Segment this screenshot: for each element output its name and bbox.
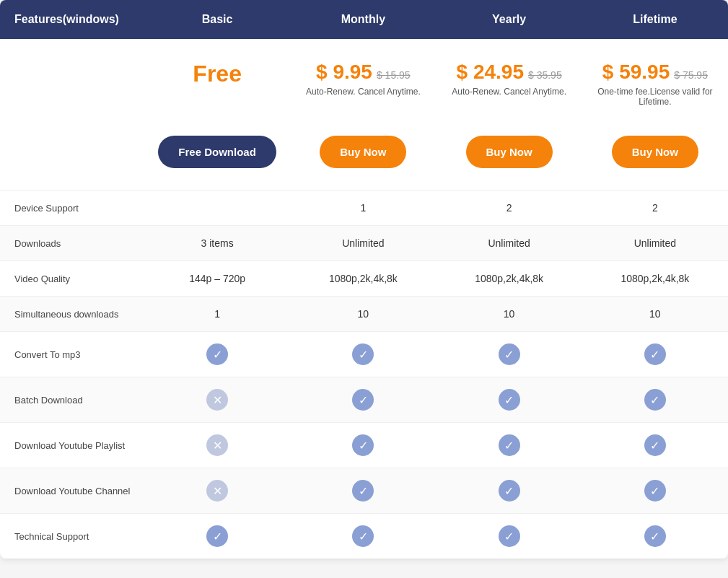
table-header: Features(windows) Basic Monthly Yearly L…	[0, 0, 728, 39]
check-icon: ✓	[499, 343, 520, 365]
price-monthly: $ 9.95 $ 15.95 Auto-Renew. Cancel Anytim…	[290, 53, 436, 114]
check-icon: ✓	[644, 389, 666, 411]
feature-basic-cell: 3 items	[144, 226, 290, 260]
feature-label: Convert To mp3	[0, 332, 144, 377]
feature-label: Simultaneous downloads	[0, 297, 144, 331]
feature-monthly-cell: 10	[290, 297, 436, 331]
feature-monthly-cell: Unlimited	[290, 226, 436, 260]
check-icon: ✓	[644, 434, 666, 456]
feature-lifetime-cell: 2	[582, 191, 728, 225]
feature-lifetime-cell: ✓	[582, 332, 728, 377]
feature-yearly-cell: 2	[437, 191, 582, 225]
check-icon: ✓	[206, 343, 228, 365]
feature-basic-cell	[144, 191, 290, 225]
feature-yearly-cell: 1080p,2k,4k,8k	[437, 261, 582, 296]
check-icon: ✓	[206, 525, 228, 547]
feature-label: Downloads	[0, 226, 144, 260]
feature-monthly-cell: ✓	[290, 423, 436, 468]
feature-monthly-cell: ✓	[290, 514, 436, 559]
button-empty	[0, 128, 144, 175]
features-container: Device Support122Downloads3 itemsUnlimit…	[0, 190, 728, 559]
button-row: Free Download Buy Now Buy Now Buy Now	[0, 121, 728, 190]
check-icon: ✓	[352, 434, 374, 456]
feature-basic-cell: ✓	[144, 514, 290, 559]
cross-icon: ✕	[206, 389, 228, 411]
feature-label: Technical Support	[0, 514, 144, 559]
feature-label: Download Youtube Playlist	[0, 423, 144, 468]
check-icon: ✓	[644, 525, 666, 547]
header-features: Features(windows)	[0, 0, 144, 39]
check-icon: ✓	[499, 434, 520, 456]
feature-monthly-cell: 1	[290, 191, 436, 225]
buy-now-lifetime-button[interactable]: Buy Now	[612, 136, 698, 168]
table-row: Batch Download✕✓✓✓	[0, 377, 728, 422]
cross-icon: ✕	[206, 434, 228, 456]
price-empty	[0, 53, 144, 114]
check-icon: ✓	[352, 343, 374, 365]
check-icon: ✓	[644, 343, 666, 365]
table-row: Technical Support✓✓✓✓	[0, 513, 728, 559]
check-icon: ✓	[352, 525, 374, 547]
feature-basic-cell: 1	[144, 297, 290, 331]
buy-now-monthly-button[interactable]: Buy Now	[320, 136, 406, 168]
feature-basic-cell: ✕	[144, 377, 290, 422]
table-row: Downloads3 itemsUnlimitedUnlimitedUnlimi…	[0, 225, 728, 260]
button-basic-cell: Free Download	[144, 128, 290, 175]
price-row: Free $ 9.95 $ 15.95 Auto-Renew. Cancel A…	[0, 39, 728, 121]
feature-yearly-cell: ✓	[437, 423, 582, 468]
feature-label: Device Support	[0, 191, 144, 225]
basic-price-label: Free	[193, 61, 242, 87]
feature-label: Video Quality	[0, 261, 144, 296]
header-basic: Basic	[144, 0, 290, 39]
header-lifetime: Lifetime	[582, 0, 728, 39]
button-yearly-cell: Buy Now	[437, 128, 582, 175]
feature-yearly-cell: ✓	[437, 332, 582, 377]
check-icon: ✓	[644, 480, 666, 502]
table-row: Download Youtube Playlist✕✓✓✓	[0, 422, 728, 468]
table-row: Simultaneous downloads1101010	[0, 296, 728, 331]
feature-lifetime-cell: ✓	[582, 423, 728, 468]
yearly-price-old: $ 35.95	[528, 69, 562, 81]
table-row: Device Support122	[0, 190, 728, 225]
feature-monthly-cell: ✓	[290, 332, 436, 377]
price-lifetime: $ 59.95 $ 75.95 One-time fee.License val…	[582, 53, 728, 114]
feature-yearly-cell: ✓	[437, 468, 582, 513]
check-icon: ✓	[499, 525, 520, 547]
price-yearly: $ 24.95 $ 35.95 Auto-Renew. Cancel Anyti…	[437, 53, 582, 114]
monthly-price-main: $ 9.95	[316, 61, 372, 84]
feature-monthly-cell: ✓	[290, 377, 436, 422]
feature-basic-cell: ✓	[144, 332, 290, 377]
feature-yearly-cell: Unlimited	[437, 226, 582, 260]
lifetime-price-old: $ 75.95	[674, 69, 708, 81]
check-icon: ✓	[499, 389, 520, 411]
feature-yearly-cell: 10	[437, 297, 582, 331]
free-download-button[interactable]: Free Download	[158, 136, 276, 168]
feature-lifetime-cell: ✓	[582, 377, 728, 422]
check-icon: ✓	[352, 389, 374, 411]
check-icon: ✓	[352, 480, 374, 502]
lifetime-price-main: $ 59.95	[602, 61, 670, 84]
price-basic: Free	[144, 53, 290, 114]
feature-lifetime-cell: Unlimited	[582, 226, 728, 260]
button-lifetime-cell: Buy Now	[582, 128, 728, 175]
table-row: Convert To mp3✓✓✓✓	[0, 331, 728, 377]
cross-icon: ✕	[206, 480, 228, 502]
buy-now-yearly-button[interactable]: Buy Now	[466, 136, 553, 168]
feature-lifetime-cell: ✓	[582, 468, 728, 513]
feature-label: Download Youtube Channel	[0, 468, 144, 513]
table-row: Download Youtube Channel✕✓✓✓	[0, 468, 728, 513]
feature-monthly-cell: ✓	[290, 468, 436, 513]
yearly-price-note: Auto-Renew. Cancel Anytime.	[452, 87, 566, 97]
feature-basic-cell: 144p – 720p	[144, 261, 290, 296]
feature-basic-cell: ✕	[144, 423, 290, 468]
feature-lifetime-cell: 1080p,2k,4k,8k	[582, 261, 728, 296]
feature-yearly-cell: ✓	[437, 377, 582, 422]
button-monthly-cell: Buy Now	[290, 128, 436, 175]
check-icon: ✓	[499, 480, 520, 502]
feature-monthly-cell: 1080p,2k,4k,8k	[290, 261, 436, 296]
monthly-price-note: Auto-Renew. Cancel Anytime.	[306, 87, 421, 97]
pricing-table: Features(windows) Basic Monthly Yearly L…	[0, 0, 728, 559]
yearly-price-main: $ 24.95	[457, 61, 524, 84]
feature-basic-cell: ✕	[144, 468, 290, 513]
feature-lifetime-cell: ✓	[582, 514, 728, 559]
